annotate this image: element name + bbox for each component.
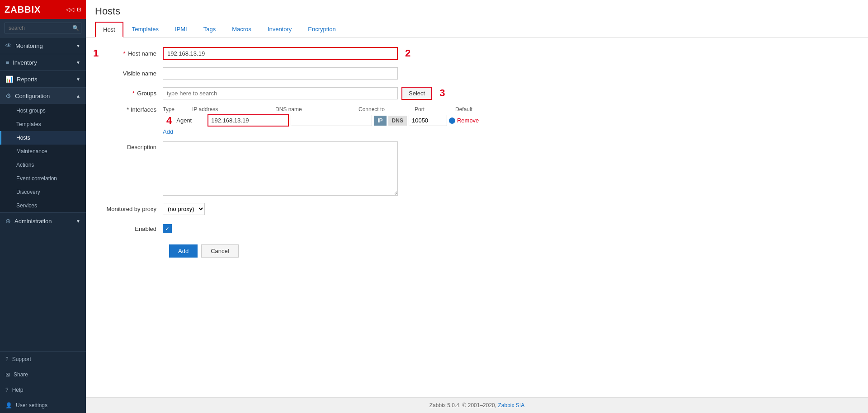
sidebar-item-event-correlation[interactable]: Event correlation bbox=[0, 172, 86, 185]
sidebar-item-share[interactable]: ⊠ Share bbox=[0, 367, 86, 382]
tab-tags[interactable]: Tags bbox=[196, 22, 223, 37]
interface-connect-ip-button[interactable]: IP bbox=[374, 116, 386, 126]
sidebar-item-hosts[interactable]: Hosts bbox=[0, 131, 86, 145]
footer-text: Zabbix 5.0.4. © 2001–2020, Zabbix SIA bbox=[429, 402, 524, 408]
proxy-label: Monitored by proxy bbox=[99, 206, 163, 212]
reports-icon: 📊 bbox=[5, 75, 13, 83]
cancel-button[interactable]: Cancel bbox=[201, 244, 238, 258]
tab-macros[interactable]: Macros bbox=[224, 22, 259, 37]
page-title: Hosts bbox=[95, 5, 859, 17]
interface-add-link[interactable]: Add bbox=[163, 128, 173, 135]
sidebar-item-administration[interactable]: ⊕ Administration ▼ bbox=[0, 213, 86, 229]
expand-icon[interactable]: ⊡ bbox=[77, 6, 81, 13]
main-content: Hosts Host Templates IPMI Tags Macros In… bbox=[86, 0, 868, 413]
visible-name-label: Visible name bbox=[99, 70, 163, 77]
logo-text: ZABBIX bbox=[5, 5, 41, 15]
interface-default-radio[interactable] bbox=[449, 117, 455, 124]
host-name-input-group: 2 bbox=[163, 47, 410, 60]
configuration-arrow: ▲ bbox=[76, 94, 80, 99]
annotation-3: 3 bbox=[439, 87, 445, 99]
groups-label: * Groups bbox=[99, 90, 163, 97]
description-textarea[interactable] bbox=[163, 141, 398, 196]
form-content: * Host name 2 Visible name * bbox=[99, 47, 854, 258]
search-input[interactable] bbox=[5, 23, 81, 33]
interface-add-row: Add bbox=[163, 128, 854, 135]
interfaces-section: * Interfaces Type IP address DNS name Co… bbox=[99, 106, 854, 135]
configuration-label: Configuration bbox=[15, 93, 50, 99]
sidebar-item-discovery[interactable]: Discovery bbox=[0, 185, 86, 199]
host-name-row: * Host name 2 bbox=[99, 47, 854, 60]
inventory-arrow: ▼ bbox=[76, 60, 80, 65]
interfaces-label: * Interfaces bbox=[99, 106, 163, 113]
monitoring-arrow: ▼ bbox=[76, 43, 80, 48]
dns-col-header: DNS name bbox=[275, 106, 359, 113]
interface-dns-input[interactable] bbox=[291, 115, 372, 126]
add-button[interactable]: Add bbox=[169, 244, 198, 258]
monitoring-label: Monitoring bbox=[15, 42, 43, 49]
required-star: * bbox=[123, 50, 125, 57]
page-footer: Zabbix 5.0.4. © 2001–2020, Zabbix SIA bbox=[86, 397, 868, 413]
sidebar-item-help[interactable]: ? Help bbox=[0, 382, 86, 398]
interface-remove-link[interactable]: Remove bbox=[457, 117, 479, 124]
sidebar-item-actions[interactable]: Actions bbox=[0, 158, 86, 172]
sidebar-item-monitoring[interactable]: 👁 Monitoring ▼ bbox=[0, 38, 86, 54]
collapse-icon[interactable]: ◁◁ bbox=[66, 6, 74, 13]
enabled-row: Enabled ✓ bbox=[99, 222, 854, 235]
ip-col-header: IP address bbox=[192, 106, 275, 113]
default-col-header: Default bbox=[455, 106, 491, 113]
proxy-select[interactable]: (no proxy) bbox=[163, 203, 205, 215]
host-name-label: * Host name bbox=[99, 50, 163, 57]
groups-select-button[interactable]: Select bbox=[401, 87, 432, 100]
sidebar: ZABBIX ◁◁ ⊡ 🔍 👁 Monitoring ▼ ≡ Inventory… bbox=[0, 0, 86, 413]
type-col-header: Type bbox=[163, 106, 192, 113]
interface-port-input[interactable] bbox=[409, 115, 447, 126]
tab-host[interactable]: Host bbox=[95, 22, 123, 38]
page-header: Hosts Host Templates IPMI Tags Macros In… bbox=[86, 0, 868, 38]
administration-label: Administration bbox=[14, 218, 52, 225]
groups-required-star: * bbox=[132, 90, 135, 97]
sidebar-item-services[interactable]: Services bbox=[0, 199, 86, 212]
form-buttons: Add Cancel bbox=[99, 244, 854, 258]
sidebar-item-templates[interactable]: Templates bbox=[0, 117, 86, 131]
tab-inventory[interactable]: Inventory bbox=[260, 22, 299, 37]
sidebar-item-inventory[interactable]: ≡ Inventory ▼ bbox=[0, 54, 86, 70]
tab-bar: Host Templates IPMI Tags Macros Inventor… bbox=[95, 22, 859, 37]
host-name-input[interactable] bbox=[163, 47, 398, 60]
reports-arrow: ▼ bbox=[76, 77, 80, 82]
user-settings-icon: 👤 bbox=[5, 402, 12, 408]
tab-templates[interactable]: Templates bbox=[124, 22, 166, 37]
interfaces-required-star: * bbox=[127, 106, 129, 113]
configuration-section: ⚙ Configuration ▲ Host groups Templates … bbox=[0, 87, 86, 212]
groups-row: * Groups Select 3 bbox=[99, 86, 854, 100]
interface-ip-input[interactable] bbox=[208, 114, 289, 127]
footer-link[interactable]: Zabbix SIA bbox=[498, 402, 524, 408]
groups-input-group: Select 3 bbox=[163, 87, 445, 100]
enabled-checkbox[interactable]: ✓ bbox=[163, 224, 172, 233]
groups-search-input[interactable] bbox=[163, 87, 398, 99]
interface-connect-dns-button[interactable]: DNS bbox=[388, 116, 407, 126]
reports-label: Reports bbox=[17, 76, 38, 83]
support-label: Support bbox=[12, 356, 31, 362]
proxy-row: Monitored by proxy (no proxy) bbox=[99, 202, 854, 216]
monitoring-section: 👁 Monitoring ▼ bbox=[0, 37, 86, 54]
sidebar-item-support[interactable]: ? Support bbox=[0, 352, 86, 367]
share-label: Share bbox=[14, 371, 28, 378]
administration-arrow: ▼ bbox=[76, 219, 80, 224]
tab-encryption[interactable]: Encryption bbox=[300, 22, 343, 37]
interfaces-header-row: * Interfaces Type IP address DNS name Co… bbox=[99, 106, 854, 135]
description-label: Description bbox=[99, 141, 163, 150]
sidebar-item-maintenance[interactable]: Maintenance bbox=[0, 145, 86, 158]
sidebar-item-host-groups[interactable]: Host groups bbox=[0, 104, 86, 117]
sidebar-item-configuration[interactable]: ⚙ Configuration ▲ bbox=[0, 88, 86, 104]
annotation-1: 1 bbox=[93, 47, 99, 59]
connect-col-header: Connect to bbox=[359, 106, 415, 113]
visible-name-row: Visible name bbox=[99, 66, 854, 80]
tab-ipmi[interactable]: IPMI bbox=[167, 22, 195, 37]
administration-icon: ⊕ bbox=[5, 217, 11, 225]
inventory-label: Inventory bbox=[13, 59, 37, 66]
visible-name-input[interactable] bbox=[163, 67, 398, 80]
administration-section: ⊕ Administration ▼ bbox=[0, 212, 86, 229]
sidebar-item-user-settings[interactable]: 👤 User settings bbox=[0, 398, 86, 413]
enabled-label: Enabled bbox=[99, 225, 163, 232]
sidebar-item-reports[interactable]: 📊 Reports ▼ bbox=[0, 71, 86, 87]
